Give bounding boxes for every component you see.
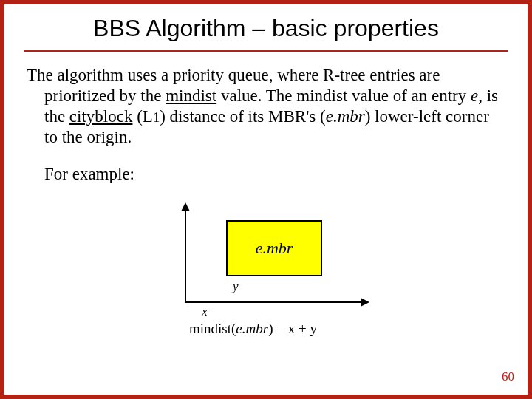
slide-title: BBS Algorithm – basic properties — [4, 4, 528, 50]
slide: BBS Algorithm – basic properties The alg… — [4, 4, 528, 395]
y-label: y — [233, 279, 239, 294]
text: ) = x + y — [268, 321, 317, 336]
term-mindist: mindist — [166, 86, 216, 105]
formula: mindist(e.mbr) = x + y — [189, 321, 317, 337]
figure: e.mbr y x mindist(e.mbr) = x + y — [155, 202, 377, 335]
axis-x-arrow-icon — [361, 298, 369, 307]
axis-x — [185, 301, 362, 303]
term-embr: e.mbr — [326, 107, 365, 126]
term-e: e, — [471, 86, 487, 105]
term-cityblock: cityblock — [69, 107, 133, 126]
text: ) distance of its MBR's ( — [160, 107, 326, 126]
for-example: For example: — [27, 164, 505, 185]
text: value. The mindist value of an entry — [216, 86, 471, 105]
term-embr: e.mbr — [236, 321, 268, 336]
mbr-label: e.mbr — [256, 239, 293, 258]
text: (L — [132, 107, 152, 126]
text: mindist( — [189, 321, 236, 336]
page-number: 60 — [502, 369, 514, 384]
subscript-1: 1 — [153, 110, 160, 125]
mbr-box: e.mbr — [226, 220, 322, 276]
paragraph-1: The algorithm uses a priority queue, whe… — [27, 65, 505, 148]
divider — [24, 50, 508, 52]
axis-y — [185, 207, 186, 303]
body-text: The algorithm uses a priority queue, whe… — [4, 65, 528, 185]
x-label: x — [202, 304, 208, 319]
